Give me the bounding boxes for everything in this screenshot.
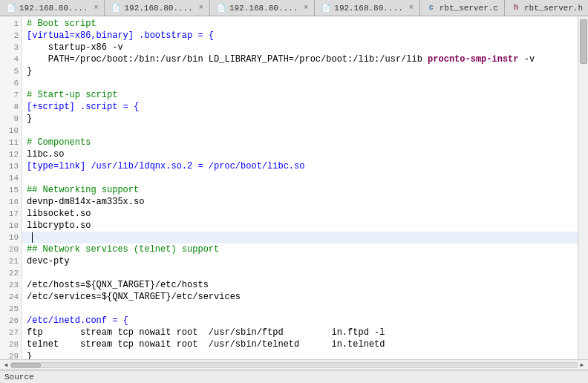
- line-num-12: 12: [0, 148, 22, 160]
- code-line-24: /etc/services=${QNX_TARGET}/etc/services: [22, 291, 578, 303]
- code-line-17: libsocket.so: [22, 208, 578, 220]
- tab-bar: 📄 192.168.80.... × 📄 192.168.80.... × 📄 …: [0, 0, 588, 16]
- tab-6[interactable]: h rbt_server.h: [505, 0, 588, 16]
- code-line-27: ftp stream tcp nowait root /usr/sbin/ftp…: [22, 327, 578, 338]
- tab-4-close[interactable]: ×: [409, 4, 414, 12]
- code-line-21: devc-pty: [22, 255, 578, 267]
- line-num-27: 27: [0, 327, 22, 338]
- tab-1-close[interactable]: ×: [94, 4, 98, 12]
- line-num-15: 15: [0, 184, 22, 196]
- scroll-right-arrow[interactable]: ▶: [578, 361, 587, 370]
- code-line-4: PATH=/proc/boot:/bin:/usr/bin LD_LIBRARY…: [22, 53, 578, 65]
- line-num-17: 17: [0, 208, 22, 220]
- line-num-24: 24: [0, 291, 22, 303]
- line-num-8: 8: [0, 101, 22, 113]
- text-cursor: [32, 232, 33, 243]
- tab-3-close[interactable]: ×: [304, 4, 308, 12]
- code-line-5: }: [22, 65, 578, 77]
- code-line-9: }: [22, 113, 578, 125]
- line-num-22: 22: [0, 267, 22, 279]
- bottom-bar: ◀ ▶: [0, 359, 588, 370]
- code-line-19: [22, 232, 578, 243]
- line-num-25: 25: [0, 303, 22, 315]
- tab-3[interactable]: 📄 192.168.80.... ×: [210, 0, 315, 16]
- line-num-23: 23: [0, 279, 22, 291]
- code-line-13: [type=link] /usr/lib/ldqnx.so.2 = /proc/…: [22, 160, 578, 172]
- scroll-left-arrow[interactable]: ◀: [1, 361, 10, 370]
- code-line-29: }: [22, 350, 578, 359]
- tab-5-label: rbt_server.c: [440, 4, 498, 13]
- tab-5[interactable]: c rbt_server.c: [420, 0, 505, 16]
- code-line-18: libcrypto.so: [22, 220, 578, 232]
- c-file-icon-5: c: [426, 3, 437, 13]
- vertical-scrollbar[interactable]: [578, 16, 588, 359]
- tab-2-close[interactable]: ×: [199, 4, 203, 12]
- line-num-10: 10: [0, 125, 22, 137]
- tab-3-label: 192.168.80....: [229, 4, 298, 13]
- tab-4[interactable]: 📄 192.168.80.... ×: [315, 0, 419, 16]
- code-line-14: [22, 172, 578, 184]
- tab-6-label: rbt_server.h: [524, 4, 583, 13]
- line-num-4: 4: [0, 53, 22, 65]
- code-line-6: [22, 77, 578, 89]
- tab-1-label: 192.168.80....: [19, 4, 88, 13]
- status-source-label: Source: [4, 373, 34, 382]
- code-line-7: # Start-up script: [22, 89, 578, 101]
- tab-2[interactable]: 📄 192.168.80.... ×: [105, 0, 209, 16]
- editor-main: 1234567891011121314151617181920212223242…: [0, 16, 588, 359]
- code-line-16: devnp-dm814x-am335x.so: [22, 196, 578, 208]
- line-num-13: 13: [0, 160, 22, 172]
- code-line-12: libc.so: [22, 148, 578, 160]
- line-num-26: 26: [0, 315, 22, 327]
- tab-4-label: 192.168.80....: [334, 4, 402, 13]
- h-file-icon-6: h: [511, 3, 521, 13]
- file-icon-2: 📄: [111, 3, 121, 13]
- line-num-28: 28: [0, 338, 22, 350]
- line-num-5: 5: [0, 65, 22, 77]
- line-num-29: 29: [0, 350, 22, 359]
- file-icon-1: 📄: [6, 3, 16, 13]
- code-line-25: [22, 303, 578, 315]
- horizontal-scrollbar[interactable]: ◀ ▶: [0, 360, 588, 370]
- scrollbar-thumb-v[interactable]: [580, 19, 587, 64]
- editor-container: 1234567891011121314151617181920212223242…: [0, 16, 578, 359]
- code-line-1: # Boot script: [22, 18, 578, 30]
- file-icon-4: 📄: [321, 3, 331, 13]
- line-num-18: 18: [0, 220, 22, 232]
- line-num-16: 16: [0, 196, 22, 208]
- code-line-15: ## Networking support: [22, 184, 578, 196]
- code-line-26: /etc/inetd.conf = {: [22, 315, 578, 327]
- line-num-3: 3: [0, 42, 22, 53]
- line-num-20: 20: [0, 243, 22, 255]
- scrollbar-track-h[interactable]: [10, 362, 578, 368]
- line-num-11: 11: [0, 137, 22, 148]
- code-line-10: [22, 125, 578, 137]
- scrollbar-thumb-h[interactable]: [11, 363, 41, 367]
- tab-1[interactable]: 📄 192.168.80.... ×: [0, 0, 105, 16]
- file-icon-3: 📄: [216, 3, 226, 13]
- code-line-28: telnet stream tcp nowait root /usr/sbin/…: [22, 338, 578, 350]
- code-line-23: /etc/hosts=${QNX_TARGET}/etc/hosts: [22, 279, 578, 291]
- tab-2-label: 192.168.80....: [124, 4, 192, 13]
- code-line-8: [+script] .script = {: [22, 101, 578, 113]
- line-num-14: 14: [0, 172, 22, 184]
- line-numbers: 1234567891011121314151617181920212223242…: [0, 16, 22, 359]
- code-line-11: # Components: [22, 137, 578, 148]
- line-num-9: 9: [0, 113, 22, 125]
- line-num-19: 19: [0, 232, 22, 243]
- line-num-7: 7: [0, 89, 22, 101]
- status-bar: Source: [0, 370, 588, 383]
- code-line-22: [22, 267, 578, 279]
- code-line-3: startup-x86 -v: [22, 42, 578, 53]
- line-num-2: 2: [0, 30, 22, 42]
- line-num-21: 21: [0, 255, 22, 267]
- line-num-1: 1: [0, 18, 22, 30]
- code-area[interactable]: # Boot script[virtual=x86,binary] .boots…: [22, 16, 578, 359]
- line-num-6: 6: [0, 77, 22, 89]
- code-line-2: [virtual=x86,binary] .bootstrap = {: [22, 30, 578, 42]
- code-line-20: ## Network services (telnet) support: [22, 243, 578, 255]
